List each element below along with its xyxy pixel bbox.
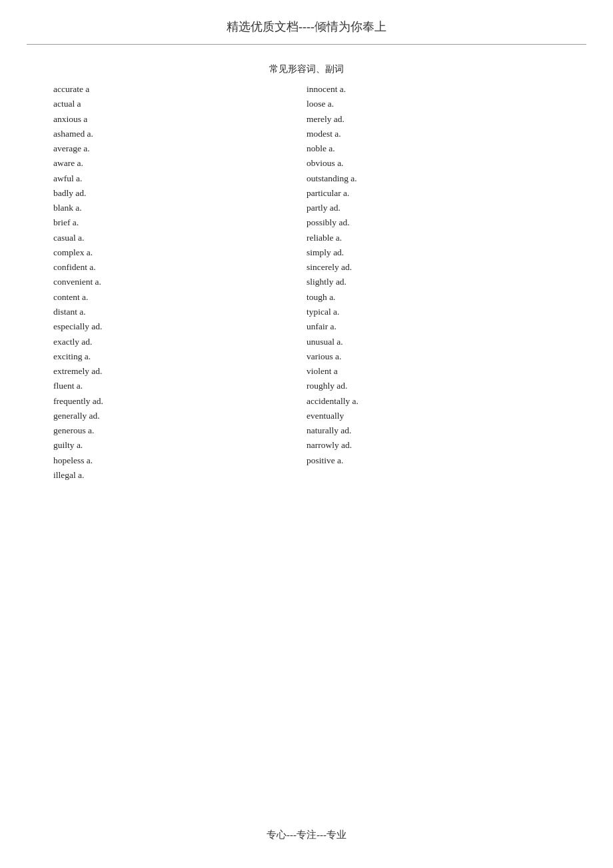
right-word-item: narrowly ad. <box>306 438 560 453</box>
left-word-item: brief a. <box>53 215 306 230</box>
left-word-item: exciting a. <box>53 349 306 364</box>
right-word-item: outstanding a. <box>306 171 560 186</box>
right-word-item: innocent a. <box>306 82 560 97</box>
left-word-item: fluent a. <box>53 379 306 393</box>
right-word-item: obvious a. <box>306 156 560 171</box>
left-word-item: hopeless a. <box>53 453 306 468</box>
right-word-item: violent a <box>306 364 560 379</box>
right-word-item: positive a. <box>306 453 560 468</box>
right-word-item: roughly ad. <box>306 379 560 393</box>
left-word-item: complex a. <box>53 245 306 260</box>
footer-text: 专心---专注---专业 <box>267 829 346 840</box>
section-title: 常见形容词、副词 <box>53 63 560 75</box>
content-area: 常见形容词、副词 accurate aactual aanxious aasha… <box>0 45 613 509</box>
left-word-item: generally ad. <box>53 409 306 423</box>
left-word-item: accurate a <box>53 82 306 97</box>
right-word-item: eventually <box>306 409 560 423</box>
right-word-item: loose a. <box>306 97 560 111</box>
left-word-item: exactly ad. <box>53 335 306 349</box>
left-word-item: actual a <box>53 97 306 111</box>
left-word-item: average a. <box>53 141 306 156</box>
left-word-item: convenient a. <box>53 275 306 289</box>
left-word-item: generous a. <box>53 423 306 438</box>
left-word-item: confident a. <box>53 260 306 275</box>
right-word-column: innocent a.loose a.merely ad.modest a.no… <box>306 82 560 483</box>
right-word-item: merely ad. <box>306 112 560 127</box>
left-word-item: anxious a <box>53 112 306 127</box>
right-word-item: modest a. <box>306 127 560 141</box>
left-word-item: badly ad. <box>53 186 306 201</box>
left-word-item: distant a. <box>53 305 306 319</box>
right-word-item: reliable a. <box>306 231 560 245</box>
right-word-item: noble a. <box>306 141 560 156</box>
page-container: 精选优质文档----倾情为你奉上 常见形容词、副词 accurate aactu… <box>0 0 613 868</box>
left-word-item: frequently ad. <box>53 394 306 409</box>
left-word-item: illegal a. <box>53 468 306 483</box>
header-title: 精选优质文档----倾情为你奉上 <box>227 20 386 33</box>
right-word-item: naturally ad. <box>306 423 560 438</box>
right-word-item: simply ad. <box>306 245 560 260</box>
left-word-item: awful a. <box>53 171 306 186</box>
right-word-item: various a. <box>306 349 560 364</box>
right-word-item: particular a. <box>306 186 560 201</box>
right-word-item: accidentally a. <box>306 394 560 409</box>
word-columns: accurate aactual aanxious aashamed a.ave… <box>53 82 560 483</box>
left-word-item: blank a. <box>53 201 306 215</box>
page-footer: 专心---专注---专业 <box>0 829 613 841</box>
right-word-item: unusual a. <box>306 335 560 349</box>
left-word-item: content a. <box>53 290 306 305</box>
left-word-item: especially ad. <box>53 319 306 334</box>
right-word-item: partly ad. <box>306 201 560 215</box>
left-word-item: casual a. <box>53 231 306 245</box>
right-word-item: tough a. <box>306 290 560 305</box>
left-word-item: aware a. <box>53 156 306 171</box>
right-word-item: slightly ad. <box>306 275 560 289</box>
left-word-column: accurate aactual aanxious aashamed a.ave… <box>53 82 306 483</box>
right-word-item: possibly ad. <box>306 215 560 230</box>
left-word-item: extremely ad. <box>53 364 306 379</box>
left-word-item: ashamed a. <box>53 127 306 141</box>
right-word-item: unfair a. <box>306 319 560 334</box>
right-word-item: sincerely ad. <box>306 260 560 275</box>
right-word-item: typical a. <box>306 305 560 319</box>
page-header: 精选优质文档----倾情为你奉上 <box>0 0 613 41</box>
left-word-item: guilty a. <box>53 438 306 453</box>
